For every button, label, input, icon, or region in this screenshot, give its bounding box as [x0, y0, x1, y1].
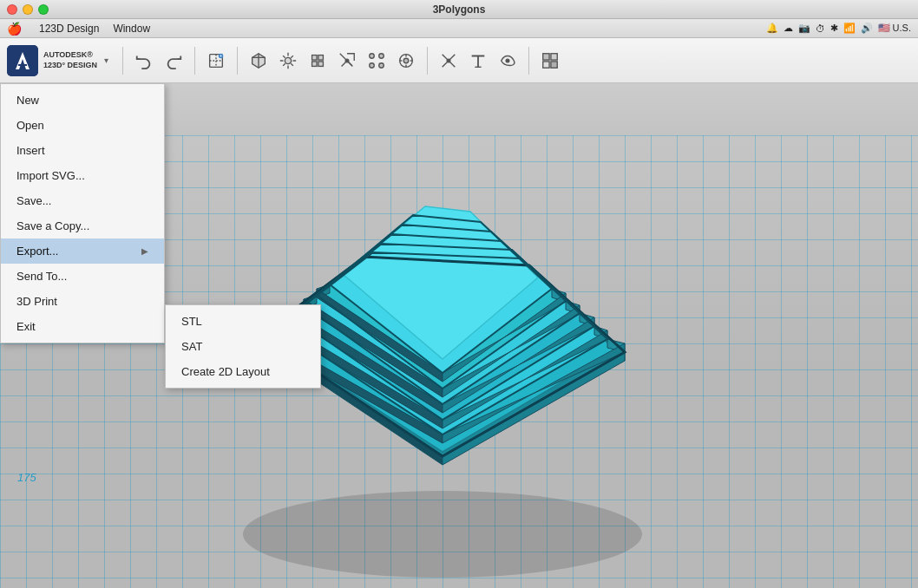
dropdown-menu: New Open Insert Import SVG... Save... Sa… — [0, 83, 165, 343]
primitives-tool-button[interactable] — [245, 47, 272, 75]
wifi-icon: 📶 — [843, 23, 856, 34]
toolbar-divider-4 — [427, 47, 428, 75]
construct-tool-button[interactable] — [304, 47, 331, 75]
svg-rect-0 — [7, 45, 38, 76]
svg-point-22 — [403, 58, 409, 63]
menu-item-3d-print[interactable]: 3D Print — [1, 289, 164, 314]
tools-group — [245, 47, 420, 75]
pattern-tool-button[interactable] — [363, 47, 390, 75]
sketch-tool-button[interactable] — [202, 47, 230, 75]
svg-rect-15 — [318, 61, 324, 66]
menu-item-save-copy[interactable]: Save a Copy... — [1, 213, 164, 238]
menu-app-name[interactable]: 123D Design — [39, 23, 99, 35]
redo-button[interactable] — [160, 47, 187, 75]
transform-tool-button[interactable] — [274, 47, 302, 75]
svg-rect-13 — [318, 55, 324, 60]
notification-icon: 🔔 — [766, 23, 778, 34]
modify-tool-button[interactable] — [333, 47, 361, 75]
toolbar-divider-2 — [194, 47, 195, 75]
logo-text: AUTODESK® 123D° DESIGN — [43, 50, 97, 70]
svg-rect-31 — [543, 53, 549, 59]
svg-point-35 — [243, 491, 642, 578]
toolbar-divider-1 — [122, 47, 123, 75]
mac-menu-bar: 🍎 123D Design Window 🔔 ☁ 📷 ⏱ ✱ 📶 🔊 🇺🇸 U.… — [0, 19, 918, 38]
snap-tool-button[interactable] — [494, 47, 521, 75]
logo-dropdown-arrow[interactable]: ▾ — [104, 56, 108, 65]
apple-menu[interactable]: 🍎 — [7, 22, 22, 36]
menu-bar-right: 🔔 ☁ 📷 ⏱ ✱ 📶 🔊 🇺🇸 U.S. — [766, 23, 911, 34]
menu-item-import-svg[interactable]: Import SVG... — [1, 163, 164, 188]
main-area: 175 — [0, 83, 918, 588]
materials-tool-button[interactable] — [536, 47, 564, 75]
bluetooth-icon: ✱ — [830, 23, 838, 34]
menu-item-save[interactable]: Save... — [1, 188, 164, 213]
locale-icon: 🇺🇸 U.S. — [878, 23, 911, 34]
svg-rect-14 — [312, 61, 318, 66]
svg-point-18 — [379, 53, 384, 58]
svg-point-20 — [379, 62, 384, 68]
menu-item-new[interactable]: New — [1, 88, 164, 113]
maximize-button[interactable] — [38, 4, 49, 15]
submenu-item-stl[interactable]: STL — [166, 309, 320, 334]
svg-rect-33 — [543, 61, 549, 67]
svg-point-29 — [447, 59, 450, 62]
volume-icon: 🔊 — [861, 23, 873, 34]
more-tools-group — [435, 47, 521, 75]
submenu-item-sat[interactable]: SAT — [166, 334, 320, 359]
menu-item-exit[interactable]: Exit — [1, 314, 164, 339]
submenu-item-2d-layout[interactable]: Create 2D Layout — [166, 359, 320, 384]
autodesk-logo-icon — [7, 45, 38, 76]
svg-rect-2 — [18, 64, 27, 66]
svg-rect-12 — [312, 55, 318, 60]
svg-point-16 — [345, 59, 349, 62]
menu-window[interactable]: Window — [113, 23, 150, 35]
svg-point-11 — [285, 57, 291, 63]
combine-tool-button[interactable] — [435, 47, 462, 75]
app-logo: AUTODESK® 123D° DESIGN ▾ — [7, 45, 108, 76]
menu-item-send-to[interactable]: Send To... — [1, 264, 164, 289]
menu-item-open[interactable]: Open — [1, 113, 164, 138]
cloud-icon: ☁ — [784, 23, 793, 34]
menu-item-insert[interactable]: Insert — [1, 138, 164, 163]
svg-point-30 — [506, 59, 509, 62]
close-button[interactable] — [7, 4, 17, 15]
clock-icon: ⏱ — [816, 23, 825, 34]
minimize-button[interactable] — [23, 4, 33, 15]
svg-rect-34 — [551, 61, 557, 67]
svg-rect-32 — [551, 53, 557, 59]
text-tool-button[interactable] — [464, 47, 492, 75]
export-submenu: STL SAT Create 2D Layout — [165, 304, 321, 389]
toolbar-divider-5 — [528, 47, 529, 75]
undo-button[interactable] — [130, 47, 158, 75]
traffic-lights — [7, 4, 49, 15]
svg-point-17 — [370, 53, 375, 58]
toolbar: AUTODESK® 123D° DESIGN ▾ — [0, 38, 918, 83]
svg-point-19 — [370, 62, 375, 68]
menu-item-export[interactable]: Export... ▶ — [1, 238, 164, 264]
export-submenu-arrow: ▶ — [141, 246, 148, 256]
toolbar-divider-3 — [237, 47, 238, 75]
title-bar: 3Polygons — [0, 0, 918, 19]
window-title: 3Polygons — [433, 3, 486, 16]
measure-tool-button[interactable] — [392, 47, 420, 75]
camera-icon: 📷 — [798, 23, 810, 34]
undo-redo-group — [130, 47, 187, 75]
